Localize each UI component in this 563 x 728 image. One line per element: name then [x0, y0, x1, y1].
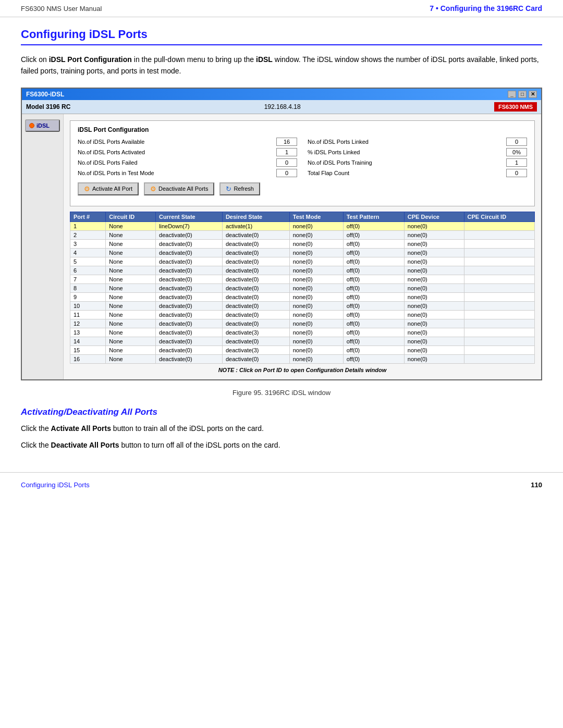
refresh-button[interactable]: ↻ Refresh [219, 182, 260, 195]
col-port: Port # [70, 212, 106, 221]
table-row[interactable]: 14Nonedeactivate(0)deactivate(0)none(0)o… [70, 337, 535, 346]
activate-btn-label: Activate All Port [92, 186, 132, 192]
table-header-row: Port # Circuit ID Current State Desired … [70, 212, 535, 221]
stat-label-flap: Total Flap Count [308, 170, 503, 176]
deactivate-bold: Deactivate All Ports [51, 441, 119, 449]
stat-value-available: 16 [276, 138, 297, 146]
sidebar-btn-label: iDSL [36, 122, 50, 129]
deactivate-all-button[interactable]: ⚙ Deactivate All Ports [144, 182, 214, 195]
config-group-title: iDSL Port Configuration [78, 126, 527, 133]
col-test-pattern: Test Pattern [343, 212, 404, 221]
stat-value-flap: 0 [506, 169, 527, 177]
page-content: Configuring iDSL Ports Click on iDSL Por… [0, 28, 563, 451]
stat-row-flap: Total Flap Count 0 [308, 169, 527, 177]
window-titlebar: FS6300-iDSL _ □ ✕ [22, 89, 541, 100]
stat-row-training: No.of iDSL Ports Training 1 [308, 158, 527, 167]
deactivate-icon: ⚙ [150, 185, 156, 193]
minimize-button[interactable]: _ [508, 91, 516, 98]
stat-value-linked: 0 [506, 138, 527, 146]
activate-bold: Activate All Ports [51, 424, 111, 433]
model-label: Model 3196 RC [26, 103, 70, 110]
col-cpe-device: CPE Device [404, 212, 464, 221]
section-title: Configuring iDSL Ports [21, 28, 542, 45]
idsl-window: FS6300-iDSL _ □ ✕ Model 3196 RC 192.168.… [21, 88, 542, 380]
refresh-icon: ↻ [226, 185, 231, 193]
table-row[interactable]: 11Nonedeactivate(0)deactivate(0)none(0)o… [70, 310, 535, 319]
table-row[interactable]: 16Nonedeactivate(0)deactivate(0)none(0)o… [70, 354, 535, 363]
stat-value-pct-linked: 0% [506, 148, 527, 156]
table-row[interactable]: 5Nonedeactivate(0)deactivate(0)none(0)of… [70, 257, 535, 266]
window-controls[interactable]: _ □ ✕ [508, 91, 537, 98]
col-desired-state: Desired State [222, 212, 289, 221]
stat-row-activated: No.of iDSL Ports Activated 1 [78, 148, 297, 156]
table-row[interactable]: 6Nonedeactivate(0)deactivate(0)none(0)of… [70, 266, 535, 275]
deactivate-btn-label: Deactivate All Ports [158, 186, 208, 192]
stat-row-failed: No.of iDSL Ports Failed 0 [78, 158, 297, 167]
col-cpe-circuit: CPE Circuit ID [464, 212, 534, 221]
figure-caption: Figure 95. 3196RC iDSL window [21, 389, 542, 397]
stat-row-linked: No.of iDSL Ports Linked 0 [308, 138, 527, 146]
table-row[interactable]: 15Nonedeactivate(0)deactivate(3)none(0)o… [70, 346, 535, 354]
table-row[interactable]: 9Nonedeactivate(0)deactivate(0)none(0)of… [70, 292, 535, 301]
table-row[interactable]: 2Nonedeactivate(0)deactivate(0)none(0)of… [70, 230, 535, 239]
table-row[interactable]: 3Nonedeactivate(0)deactivate(0)none(0)of… [70, 239, 535, 248]
stat-value-activated: 1 [276, 148, 297, 156]
header-bar: FS6300 NMS User Manual 7 • Configuring t… [0, 0, 563, 17]
table-row[interactable]: 1NonelineDown(7)activate(1)none(0)off(0)… [70, 221, 535, 230]
idsl-sidebar-button[interactable]: iDSL [25, 119, 60, 132]
stat-value-test-mode: 0 [276, 169, 297, 177]
table-row[interactable]: 7Nonedeactivate(0)deactivate(0)none(0)of… [70, 275, 535, 283]
window-title: FS6300-iDSL [26, 91, 64, 98]
subsection-title: Activating/Deactivating All Ports [21, 407, 542, 417]
table-row[interactable]: 10Nonedeactivate(0)deactivate(0)none(0)o… [70, 301, 535, 310]
stat-row-test-mode: No.of iDSL Ports in Test Mode 0 [78, 169, 297, 177]
col-circuit: Circuit ID [106, 212, 156, 221]
window-main-panel: iDSL Port Configuration No.of iDSL Ports… [64, 114, 541, 379]
stat-value-failed: 0 [276, 158, 297, 167]
stat-label-available: No.of iDSL Ports Available [78, 139, 273, 145]
deactivate-description: Click the Deactivate All Ports button to… [21, 439, 542, 452]
stat-label-linked: No.of iDSL Ports Linked [308, 139, 503, 145]
intro-paragraph: Click on iDSL Port Configuration in the … [21, 54, 542, 77]
table-row[interactable]: 13Nonedeactivate(0)deactivate(3)none(0)o… [70, 328, 535, 337]
stat-label-failed: No.of iDSL Ports Failed [78, 159, 273, 166]
stat-row-available: No.of iDSL Ports Available 16 [78, 138, 297, 146]
config-group: iDSL Port Configuration No.of iDSL Ports… [70, 120, 535, 206]
close-button[interactable]: ✕ [529, 91, 537, 98]
stat-label-test-mode: No.of iDSL Ports in Test Mode [78, 170, 273, 176]
activate-icon: ⚙ [84, 185, 90, 193]
ip-address: 192.168.4.18 [264, 103, 301, 110]
chapter-title: 7 • Configuring the 3196RC Card [430, 4, 542, 13]
maximize-button[interactable]: □ [518, 91, 527, 98]
table-row[interactable]: 12Nonedeactivate(0)deactivate(0)none(0)o… [70, 319, 535, 328]
config-stats: No.of iDSL Ports Available 16 No.of iDSL… [78, 138, 527, 177]
activate-all-button[interactable]: ⚙ Activate All Port [78, 182, 139, 195]
col-current-state: Current State [156, 212, 223, 221]
stat-value-training: 1 [506, 158, 527, 167]
table-row[interactable]: 8Nonedeactivate(0)deactivate(0)none(0)of… [70, 283, 535, 292]
stat-label-training: No.of iDSL Ports Training [308, 159, 503, 166]
stat-row-pct-linked: % iDSL Ports Linked 0% [308, 148, 527, 156]
window-menubar: Model 3196 RC 192.168.4.18 FS6300 NMS [22, 100, 541, 114]
table-row[interactable]: 4Nonedeactivate(0)deactivate(0)none(0)of… [70, 248, 535, 257]
sidebar-circle-icon [29, 123, 34, 128]
col-test-mode: Test Mode [289, 212, 343, 221]
manual-title: FS6300 NMS User Manual [21, 5, 102, 13]
activate-description: Click the Activate All Ports button to t… [21, 423, 542, 435]
port-table: Port # Circuit ID Current State Desired … [70, 212, 535, 364]
window-body: iDSL iDSL Port Configuration No.of iDSL … [22, 114, 541, 379]
port-table-body: 1NonelineDown(7)activate(1)none(0)off(0)… [70, 221, 535, 363]
page-footer: Configuring iDSL Ports 110 [0, 472, 563, 497]
intro-bold-2: iDSL [256, 55, 273, 64]
table-note: NOTE : Click on Port ID to open Configur… [70, 364, 535, 373]
window-sidebar: iDSL [22, 114, 64, 379]
intro-bold-1: iDSL Port Configuration [49, 55, 132, 64]
config-buttons: ⚙ Activate All Port ⚙ Deactivate All Por… [78, 182, 527, 195]
footer-page-number: 110 [531, 481, 542, 489]
stat-label-pct-linked: % iDSL Ports Linked [308, 149, 503, 155]
stat-label-activated: No.of iDSL Ports Activated [78, 149, 273, 155]
footer-left: Configuring iDSL Ports [21, 481, 90, 489]
brand-logo: FS6300 NMS [494, 102, 537, 112]
refresh-btn-label: Refresh [234, 186, 254, 192]
